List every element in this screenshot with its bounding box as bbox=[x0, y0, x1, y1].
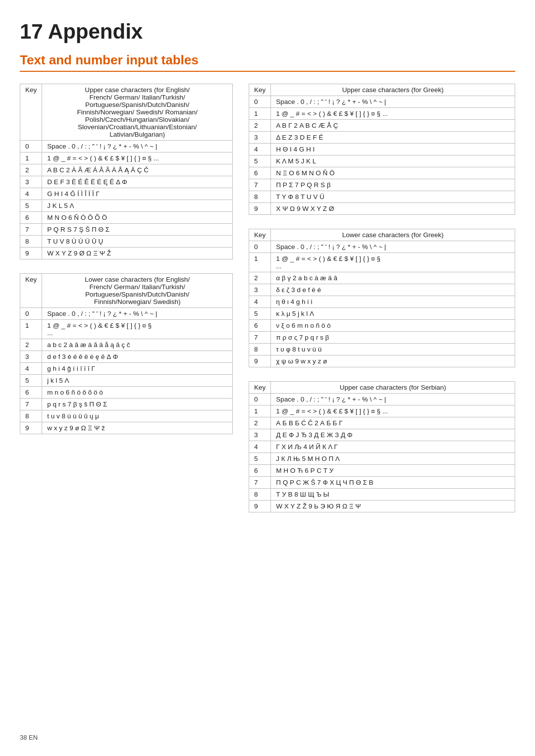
table-row: 11 @ _ # = < > ( ) & € £ $ ¥ [ ] { } ¤ §… bbox=[249, 253, 515, 272]
col-header-key: Key bbox=[249, 382, 271, 394]
col-header-desc-left-upper-english: Upper case characters (for English/Frenc… bbox=[42, 84, 233, 141]
col-header-desc-left-lower-english: Lower case characters (for English/Frenc… bbox=[42, 274, 233, 308]
table-row: 0Space . 0 , / : ; " ' ! ¡ ? ¿ * + - % \… bbox=[20, 141, 233, 152]
table-row: 7Π Ρ Σ 7 P Q R S β bbox=[249, 179, 515, 191]
table-row: 5Κ Λ Μ 5 J K L bbox=[249, 155, 515, 167]
table-row: 0Space . 0 , / : ; " ' ! ¡ ? ¿ * + - % \… bbox=[249, 394, 515, 405]
table-row: 5Ј К Л Њ 5 М Н О П Λ bbox=[249, 453, 515, 465]
table-row: 4η θ ι 4 g h i ì bbox=[249, 296, 515, 308]
table-row: 6m n o 6 ñ ó ô õ ö ò bbox=[20, 387, 233, 399]
table-row: 3Δ Ε Ζ 3 D E F É bbox=[249, 132, 515, 144]
table-row: 5κ λ μ 5 j k l Λ bbox=[249, 308, 515, 320]
col-header-key: Key bbox=[20, 84, 42, 141]
table-row: 9w x y z 9 ø Ω Ξ Ψ ž bbox=[20, 422, 233, 434]
table-row: 7П Q Р С Ж Š 7 Ф Х Ц Ч П Θ Σ Β bbox=[249, 477, 515, 489]
table-right-upper-greek: Key Upper case characters (for Greek) 0S… bbox=[249, 84, 515, 215]
table-row: 2A B C 2 À Â Æ Á Â Ã Ä Å Ą Ā Ç Č bbox=[20, 164, 233, 176]
table-row: 3D E F 3 È É Ê Ë Ė Ę Ē Δ Φ bbox=[20, 176, 233, 188]
right-column: Key Upper case characters (for Greek) 0S… bbox=[249, 84, 515, 526]
table-row: 11 @ _ # = < > ( ) & € £ $ ¥ [ ] { } ¤ §… bbox=[249, 405, 515, 417]
table-row: 3d e f 3 è é ê ë ė ę ē Δ Φ bbox=[20, 351, 233, 363]
table-row: 0Space . 0 , / : ; " ' ! ¡ ? ¿ * + - % \… bbox=[249, 96, 515, 108]
page-title: 17 Appendix bbox=[20, 20, 515, 44]
table-row: 4Г Х И Љ 4 И Й К Λ Γ bbox=[249, 441, 515, 453]
col-header-desc-right-lower-greek: Lower case characters (for Greek) bbox=[271, 229, 515, 241]
table-row: 4Η Θ Ι 4 G H I bbox=[249, 144, 515, 155]
table-row: 0Space . 0 , / : ; " ' ! ¡ ? ¿ * + - % \… bbox=[20, 308, 233, 320]
table-row: 7π ρ σ ς 7 p q r s β bbox=[249, 332, 515, 344]
table-row: 3Д Е Ф Ј Ђ 3 Д Е Ж З Д Φ bbox=[249, 429, 515, 441]
left-column: Key Upper case characters (for English/F… bbox=[20, 84, 233, 526]
table-row: 6ν ξ ο 6 m n o ñ ö ò bbox=[249, 320, 515, 332]
table-row: 8Т У В 8 Ш Щ Ъ Ы bbox=[249, 489, 515, 501]
table-row: 8τ υ φ 8 t u v ù ü bbox=[249, 344, 515, 355]
col-header-desc-right-upper-greek: Upper case characters (for Greek) bbox=[271, 84, 515, 96]
table-row: 7p q r s 7 β ş š Π Θ Σ bbox=[20, 399, 233, 410]
table-row: 8Τ Υ Φ 8 T U V Ü bbox=[249, 191, 515, 203]
table-row: 4G H I 4 Ğ Í Ì Î Ï Ī Γ bbox=[20, 188, 233, 200]
col-header-desc-right-upper-serbian: Upper case characters (for Serbian) bbox=[271, 382, 515, 394]
table-row: 11 @ _ # = < > ( ) & € £ $ ¥ [ ] { } ¤ §… bbox=[20, 320, 233, 339]
table-row: 9Χ Ψ Ω 9 W X Y Z Ø bbox=[249, 203, 515, 215]
table-row: 6М Н О Ћ 6 Р С Т У bbox=[249, 465, 515, 477]
table-row: 2α β γ 2 a b c à æ ä â bbox=[249, 272, 515, 284]
table-row: 2А Б В Б Ć Č 2 А Б Б Г bbox=[249, 417, 515, 429]
table-row: 3δ ε ζ 3 d e f è é bbox=[249, 284, 515, 296]
table-row: 5J K L 5 Λ bbox=[20, 200, 233, 212]
table-row: 9W X Y Z 9 Ø Ω Ξ Ψ Ž bbox=[20, 248, 233, 259]
table-row: 9W X Y Z Ž 9 Ь Э Ю Я Ω Ξ Ψ bbox=[249, 501, 515, 512]
table-row: 8T U V 8 Ù Ú Ü Ū Ų bbox=[20, 236, 233, 248]
section-title: Text and number input tables bbox=[20, 52, 515, 72]
table-row: 9χ ψ ω 9 w x y z ø bbox=[249, 355, 515, 367]
table-right-upper-serbian: Key Upper case characters (for Serbian) … bbox=[249, 381, 515, 512]
col-header-key: Key bbox=[249, 229, 271, 241]
col-header-key: Key bbox=[20, 274, 42, 308]
col-header-key: Key bbox=[249, 84, 271, 96]
table-left-lower-english: Key Lower case characters (for English/F… bbox=[20, 273, 233, 434]
table-row: 5j k l 5 Λ bbox=[20, 375, 233, 387]
table-row: 6M N O 6 Ñ Ó Ô Õ Ö bbox=[20, 212, 233, 224]
table-left-upper-english: Key Upper case characters (for English/F… bbox=[20, 84, 233, 259]
table-row: 8t u v 8 ù ú ü ū ų μ bbox=[20, 410, 233, 422]
table-row: 0Space . 0 , / : ; " ' ! ¡ ? ¿ * + - % \… bbox=[249, 241, 515, 253]
table-row: 2Α Β Γ 2 A B C Æ Å Ç bbox=[249, 120, 515, 132]
table-row: 2a b c 2 à â æ á ã ä å ą ā ç č bbox=[20, 339, 233, 351]
table-right-lower-greek: Key Lower case characters (for Greek) 0S… bbox=[249, 229, 515, 367]
table-row: 7P Q R S 7 Ş Š Π Θ Σ bbox=[20, 224, 233, 236]
page-footer: 38 EN bbox=[20, 734, 38, 741]
table-row: 6Ν Ξ Ο 6 M N O Ñ Ö bbox=[249, 167, 515, 179]
table-row: 11 @ _ # = < > ( ) & € £ $ ¥ [ ] { } ¤ §… bbox=[249, 108, 515, 120]
table-row: 11 @ _ # = < > ( ) & € £ $ ¥ [ ] { } ¤ §… bbox=[20, 152, 233, 164]
table-row: 4g h i 4 ğ í ì î ï ī Γ bbox=[20, 363, 233, 375]
